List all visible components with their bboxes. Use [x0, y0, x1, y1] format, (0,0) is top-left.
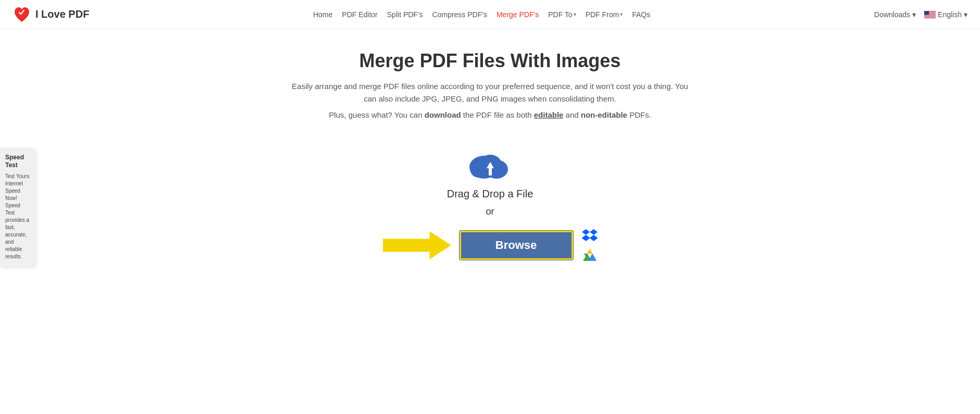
- svg-marker-13: [383, 232, 451, 259]
- svg-rect-5: [924, 16, 936, 16]
- download-bold: download: [425, 110, 461, 119]
- google-drive-icon[interactable]: [582, 247, 598, 263]
- svg-marker-20: [587, 249, 592, 254]
- noneditable-bold: non-editable: [581, 110, 627, 119]
- logo-link[interactable]: I Love PDF: [13, 5, 89, 24]
- nav-downloads[interactable]: Downloads ▾: [874, 10, 916, 19]
- nav-faqs[interactable]: FAQs: [632, 10, 650, 19]
- page-description: Easily arrange and merge PDF files onlin…: [287, 80, 693, 105]
- navbar-right: Downloads ▾ English ▾: [874, 10, 967, 19]
- nav-pdf-editor[interactable]: PDF Editor: [342, 10, 377, 19]
- drag-drop-text: Drag & Drop a File: [447, 188, 534, 200]
- browse-button[interactable]: Browse: [459, 230, 574, 260]
- or-text: or: [486, 206, 494, 217]
- side-widget[interactable]: Speed Test Test Yours Internet Speed Now…: [0, 147, 35, 267]
- logo-icon: [13, 5, 31, 24]
- nav-split-pdf[interactable]: Split PDF's: [387, 10, 423, 19]
- pdf-to-arrow: ▾: [574, 11, 576, 17]
- lang-arrow: ▾: [964, 10, 967, 19]
- nav-merge-pdf[interactable]: Merge PDF's: [497, 10, 539, 19]
- editable-text: editable: [534, 110, 564, 119]
- nav-pdf-from[interactable]: PDF From ▾: [586, 10, 623, 19]
- upload-area: Drag & Drop a File or: [447, 140, 534, 217]
- nav-pdf-to[interactable]: PDF To ▾: [548, 10, 576, 19]
- svg-marker-19: [588, 254, 597, 261]
- cloud-upload-icon: [464, 140, 516, 182]
- svg-rect-7: [924, 11, 929, 15]
- logo-text: I Love PDF: [35, 8, 89, 20]
- flag-icon: [924, 11, 936, 18]
- yellow-arrow-icon: [383, 230, 451, 261]
- pdf-from-arrow: ▾: [620, 11, 623, 17]
- nav-compress-pdf[interactable]: Compress PDF's: [432, 10, 487, 19]
- downloads-arrow: ▾: [912, 10, 916, 19]
- side-widget-text: Test Yours Internet Speed Now! Speed Tes…: [5, 173, 30, 260]
- browse-row: Browse: [383, 228, 598, 263]
- svg-rect-4: [924, 15, 936, 15]
- svg-rect-6: [924, 17, 936, 17]
- nav-links: Home PDF Editor Split PDF's Compress PDF…: [313, 10, 650, 19]
- navbar: I Love PDF Home PDF Editor Split PDF's C…: [0, 0, 980, 29]
- dropbox-icon[interactable]: [582, 228, 598, 243]
- main-content: Merge PDF Files With Images Easily arran…: [0, 29, 980, 294]
- page-title: Merge PDF Files With Images: [359, 50, 621, 72]
- nav-lang[interactable]: English ▾: [924, 10, 967, 19]
- page-subdesc: Plus, guess what? You can download the P…: [329, 110, 651, 119]
- cloud-service-icons: [582, 228, 598, 263]
- side-widget-title: Speed Test: [5, 154, 30, 170]
- nav-home[interactable]: Home: [313, 10, 332, 19]
